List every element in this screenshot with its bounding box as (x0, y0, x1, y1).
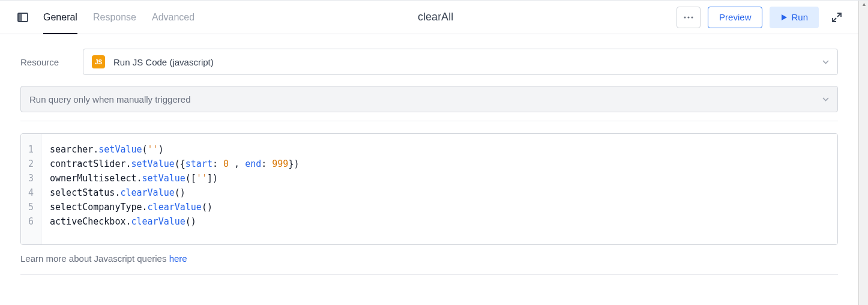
header-actions: Preview Run (677, 7, 844, 28)
code-line: searcher.setValue('') (50, 142, 829, 157)
chevron-down-icon (822, 95, 829, 103)
scroll-up-icon[interactable]: ▲ (861, 2, 866, 7)
code-gutter: 1 2 3 4 5 6 (21, 134, 41, 244)
learn-more-text: Learn more about Javascript queries here (20, 253, 838, 264)
svg-rect-1 (18, 13, 22, 22)
trigger-row: Run query only when manually triggered (20, 86, 838, 112)
code-line: activeCheckbox.clearValue() (50, 214, 829, 229)
tabs: General Response Advanced (43, 1, 194, 34)
tab-advanced[interactable]: Advanced (152, 1, 194, 34)
resource-label: Resource (20, 57, 83, 67)
preview-button[interactable]: Preview (708, 7, 762, 28)
code-line: contractSlider.setValue({start: 0 , end:… (50, 157, 829, 171)
panel-toggle-icon[interactable] (14, 9, 31, 26)
editor-header: General Response Advanced clearAll Previ… (0, 1, 858, 34)
expand-icon[interactable] (830, 10, 844, 25)
trigger-select[interactable]: Run query only when manually triggered (20, 86, 838, 112)
chevron-down-icon (822, 58, 829, 66)
resource-select[interactable]: JS Run JS Code (javascript) (83, 49, 838, 75)
code-body[interactable]: searcher.setValue('') contractSlider.set… (41, 134, 837, 244)
line-number: 4 (28, 186, 34, 200)
more-menu-button[interactable] (677, 7, 701, 28)
divider (20, 121, 838, 121)
code-line: selectCompanyType.clearValue() (50, 200, 829, 214)
resource-select-text: Run JS Code (javascript) (113, 57, 822, 67)
svg-point-2 (684, 16, 686, 18)
code-editor[interactable]: 1 2 3 4 5 6 searcher.setValue('') contra… (20, 133, 838, 245)
line-number: 5 (28, 200, 34, 214)
trigger-select-text: Run query only when manually triggered (29, 94, 822, 104)
line-number: 6 (28, 214, 34, 229)
tab-general[interactable]: General (43, 1, 77, 34)
learn-more-link[interactable]: here (169, 253, 187, 264)
svg-point-4 (692, 16, 693, 18)
run-button[interactable]: Run (770, 7, 819, 28)
js-badge-icon: JS (92, 55, 105, 68)
query-title[interactable]: clearAll (194, 11, 677, 23)
editor-content: Resource JS Run JS Code (javascript) Run… (0, 34, 858, 305)
line-number: 1 (28, 142, 34, 157)
svg-point-3 (688, 16, 690, 18)
resource-row: Resource JS Run JS Code (javascript) (20, 49, 838, 75)
line-number: 3 (28, 171, 34, 186)
play-icon (780, 14, 788, 21)
code-line: ownerMultiselect.setValue(['']) (50, 171, 829, 186)
run-button-label: Run (791, 12, 808, 22)
vertical-scrollbar[interactable]: ▲ (858, 1, 868, 305)
line-number: 2 (28, 157, 34, 171)
code-line: selectStatus.clearValue() (50, 186, 829, 200)
tab-response[interactable]: Response (93, 1, 136, 34)
divider (20, 274, 838, 275)
